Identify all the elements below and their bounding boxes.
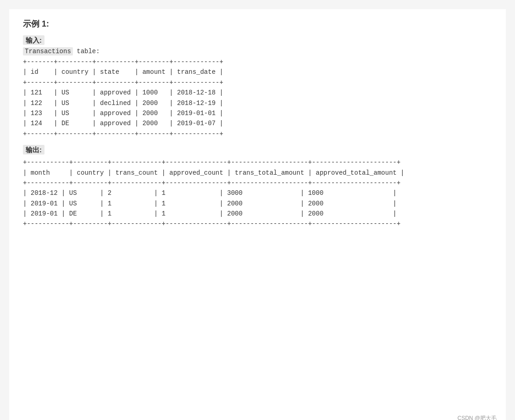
watermark: CSDN @肥大毛 <box>457 414 497 420</box>
output-table: +-----------+---------+-------------+---… <box>23 157 492 229</box>
output-label: 输出: <box>23 146 492 155</box>
input-section: 输入: Transactions table: +-------+-------… <box>23 36 492 139</box>
example-title: 示例 1: <box>23 18 492 29</box>
input-label: 输入: <box>23 36 492 45</box>
output-section: 输出: +-----------+---------+-------------… <box>23 146 492 229</box>
table-name-highlight: Transactions <box>23 47 73 55</box>
input-table: +-------+---------+----------+--------+-… <box>23 57 492 139</box>
page-container: 示例 1: 输入: Transactions table: +-------+-… <box>9 9 506 420</box>
table-name: Transactions table: <box>23 48 492 55</box>
